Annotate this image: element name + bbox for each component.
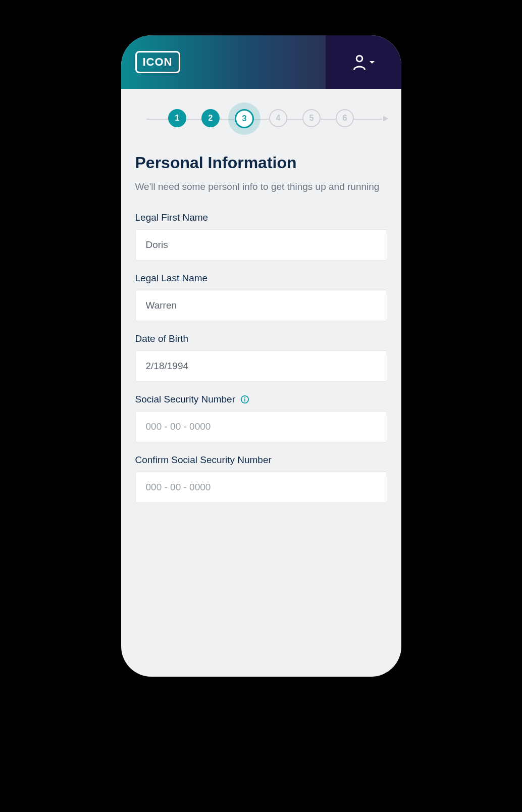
first-name-group: Legal First Name (135, 212, 387, 261)
stepper-steps: 1 2 3 4 5 6 (168, 109, 354, 128)
arrow-right-icon (383, 116, 388, 122)
app-logo: ICON (135, 51, 180, 73)
step-4: 4 (269, 109, 287, 127)
header-left: ICON (121, 35, 326, 89)
progress-stepper: 1 2 3 4 5 6 (135, 109, 387, 128)
chevron-down-icon (370, 61, 375, 64)
last-name-group: Legal Last Name (135, 273, 387, 321)
user-icon (352, 54, 367, 71)
app-header: ICON (121, 35, 401, 89)
first-name-label: Legal First Name (135, 212, 387, 223)
ssn-label-text: Social Security Number (135, 394, 236, 405)
user-menu-button[interactable] (326, 35, 401, 89)
step-5: 5 (302, 109, 321, 127)
ssn-confirm-label: Confirm Social Security Number (135, 454, 387, 466)
step-6: 6 (336, 109, 354, 127)
svg-point-0 (356, 56, 362, 62)
dob-input[interactable] (135, 350, 387, 382)
ssn-confirm-input[interactable] (135, 472, 387, 503)
ssn-group: Social Security Number (135, 394, 387, 442)
info-icon[interactable] (240, 395, 249, 404)
ssn-input[interactable] (135, 411, 387, 442)
page-subtitle: We'll need some personl info to get thin… (135, 180, 387, 194)
ssn-label: Social Security Number (135, 394, 387, 405)
last-name-label: Legal Last Name (135, 273, 387, 284)
dob-label: Date of Birth (135, 333, 387, 344)
last-name-input[interactable] (135, 290, 387, 321)
step-2[interactable]: 2 (201, 109, 220, 127)
dob-group: Date of Birth (135, 333, 387, 382)
step-1[interactable]: 1 (168, 109, 186, 127)
page-title: Personal Information (135, 154, 387, 172)
page-content: 1 2 3 4 5 6 Personal Information We'll n… (121, 89, 401, 525)
step-3[interactable]: 3 (235, 109, 254, 128)
device-frame: ICON 1 2 3 4 5 6 Personal (121, 35, 401, 677)
first-name-input[interactable] (135, 229, 387, 261)
ssn-confirm-group: Confirm Social Security Number (135, 454, 387, 503)
